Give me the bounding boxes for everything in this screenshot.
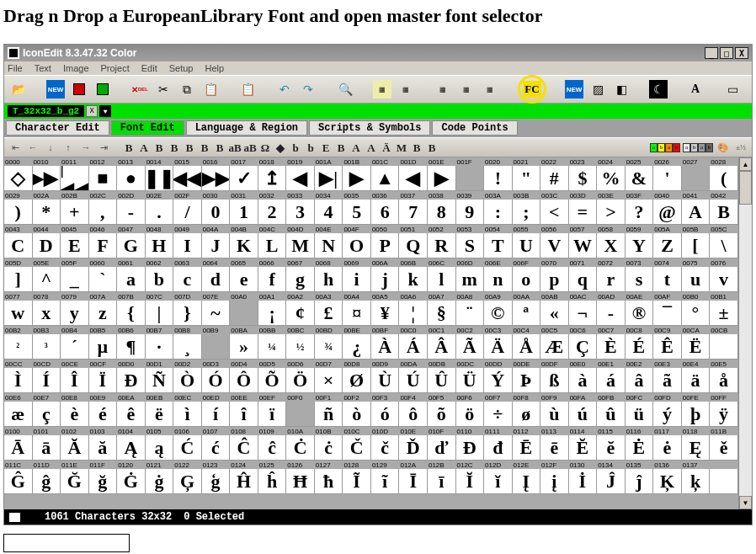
char-cell[interactable]: 00C7È — [597, 326, 626, 360]
arrow-left-icon[interactable]: ← — [25, 140, 40, 155]
char-cell[interactable]: 00A6¦ — [399, 292, 428, 326]
char-cell[interactable]: 010Fď — [428, 427, 456, 461]
char-cell[interactable]: 0042B — [710, 191, 738, 225]
char-cell[interactable]: 0062b — [146, 258, 174, 292]
new2-icon[interactable]: NEW — [565, 80, 583, 99]
arrow-right-end-icon[interactable]: ⇥ — [96, 140, 111, 155]
char-cell[interactable]: 004FO — [343, 225, 371, 258]
char-cell[interactable]: 00311 — [230, 191, 258, 225]
char-cell[interactable]: 001A▶| — [315, 157, 343, 191]
char-cell[interactable]: 00DAÚ — [399, 360, 428, 393]
char-cell[interactable]: 0027 — [682, 157, 711, 191]
char-cell[interactable]: 0064d — [202, 258, 231, 292]
char-cell[interactable]: 001D◀ — [399, 157, 428, 191]
fontedit-btn-0[interactable]: B — [121, 141, 136, 156]
char-cell[interactable]: 00C0Á — [399, 326, 428, 360]
char-cell[interactable]: 0045E — [61, 225, 89, 258]
menu-image[interactable]: Image — [63, 63, 89, 73]
char-cell[interactable]: 0057W — [569, 225, 598, 258]
char-cell[interactable]: 00F3ó — [371, 393, 400, 427]
arrow-up-icon[interactable]: ↑ — [61, 140, 76, 155]
char-cell[interactable]: 012EĮ — [513, 461, 541, 494]
char-cell[interactable]: 00377 — [399, 191, 428, 225]
menu-setup[interactable]: Setup — [169, 63, 194, 73]
char-cell[interactable]: 0129ĩ — [371, 461, 400, 494]
fontedit-btn-14[interactable]: B — [333, 141, 349, 156]
char-cell[interactable]: 00F6ö — [456, 393, 485, 427]
char-cell[interactable]: 0017✓ — [230, 157, 258, 191]
char-cell[interactable]: 0108Ĉ — [230, 427, 258, 461]
char-cell[interactable]: 00FAú — [569, 393, 598, 427]
fontedit-btn-7[interactable]: aB — [227, 141, 242, 156]
char-cell[interactable]: 0021" — [513, 157, 541, 191]
fontedit-btn-17[interactable]: Ä — [379, 141, 394, 156]
char-cell[interactable]: 00A4¤ — [343, 292, 371, 326]
palette-icon[interactable]: 🎨 — [716, 140, 731, 155]
paste-icon[interactable]: 📋 — [201, 80, 220, 99]
char-cell[interactable]: 0019◀ — [286, 157, 315, 191]
menu-file[interactable]: File — [8, 63, 23, 73]
grid1-icon[interactable]: ▦ — [373, 80, 391, 99]
char-cell[interactable]: 00E2â — [626, 360, 654, 393]
char-cell[interactable]: 0110Đ — [456, 427, 485, 461]
char-cell[interactable]: 0050P — [371, 225, 400, 258]
char-cell[interactable]: 0123ģ — [202, 461, 231, 494]
char-cell[interactable]: 00F9ù — [540, 393, 569, 427]
char-cell[interactable]: 0107ć — [202, 427, 231, 461]
char-cell[interactable]: 00C6Ç — [569, 326, 598, 360]
char-cell[interactable]: 003D= — [569, 191, 598, 225]
char-cell[interactable]: 001B▶ — [343, 157, 371, 191]
char-cell[interactable]: 001E▶ — [428, 157, 456, 191]
char-cell[interactable]: 00D7× — [315, 360, 343, 393]
char-cell[interactable]: 005F_ — [61, 258, 89, 292]
char-cell[interactable]: 007Az — [89, 292, 118, 326]
char-cell[interactable]: 006Fo — [513, 258, 541, 292]
char-cell[interactable]: 00CDÍ — [33, 360, 61, 393]
char-cell[interactable]: 0049I — [173, 225, 202, 258]
undo-icon[interactable]: ↶ — [275, 80, 294, 99]
grid2-icon[interactable]: ▦ — [397, 80, 415, 99]
char-cell[interactable]: 007E~ — [202, 292, 231, 326]
char-cell[interactable]: 0104Ą — [117, 427, 146, 461]
char-cell[interactable]: 00FBû — [597, 393, 626, 427]
menu-edit[interactable]: Edit — [141, 63, 157, 73]
color-flags[interactable]: abab — [650, 143, 680, 152]
char-cell[interactable]: 001C▲ — [371, 157, 400, 191]
close-button[interactable]: X — [735, 47, 748, 59]
char-cell[interactable]: 00A7§ — [428, 292, 456, 326]
char-cell[interactable]: 0115ĕ — [597, 427, 626, 461]
char-cell[interactable]: 0000◇ — [4, 157, 33, 191]
char-cell[interactable]: 00300 — [202, 191, 231, 225]
char-cell[interactable]: 00F0 — [286, 393, 315, 427]
fontedit-btn-16[interactable]: A — [364, 141, 379, 156]
char-cell[interactable]: 00DBÛ — [428, 360, 456, 393]
char-cell[interactable]: 0124Ĥ — [230, 461, 258, 494]
char-cell[interactable]: 0052R — [428, 225, 456, 258]
char-cell[interactable]: 0010▶▶| — [33, 157, 61, 191]
char-cell[interactable]: 006Cl — [428, 258, 456, 292]
char-cell[interactable]: 0043C — [4, 225, 33, 258]
char-cell[interactable]: 0023$ — [569, 157, 598, 191]
char-cell[interactable]: 002E. — [146, 191, 174, 225]
fg-swatch[interactable] — [9, 513, 20, 522]
char-cell[interactable]: 006Bk — [399, 258, 428, 292]
char-cell[interactable]: 00A3£ — [315, 292, 343, 326]
char-cell[interactable]: 00C1Â — [428, 326, 456, 360]
char-cell[interactable]: 00355 — [343, 191, 371, 225]
char-cell[interactable]: 011Dĝ — [33, 461, 61, 494]
char-cell[interactable]: 00C2Ã — [456, 326, 485, 360]
color-flags-2[interactable]: abab — [683, 143, 713, 152]
char-cell[interactable]: 00BE¿ — [343, 326, 371, 360]
char-cell[interactable]: 00AE® — [626, 292, 654, 326]
char-cell[interactable]: 0024% — [597, 157, 626, 191]
char-cell[interactable]: 0114Ĕ — [569, 427, 598, 461]
char-cell[interactable]: 0079y — [61, 292, 89, 326]
char-cell[interactable]: 00D2Ò — [173, 360, 202, 393]
char-cell[interactable]: 0051Q — [399, 225, 428, 258]
char-cell[interactable]: 004BK — [230, 225, 258, 258]
char-cell[interactable]: 0029) — [4, 191, 33, 225]
char-cell[interactable]: 005B[ — [682, 225, 711, 258]
char-cell[interactable]: 0075u — [682, 258, 711, 292]
grid4-icon[interactable]: ▦ — [457, 80, 476, 99]
char-cell[interactable]: 0128Ĩ — [343, 461, 371, 494]
